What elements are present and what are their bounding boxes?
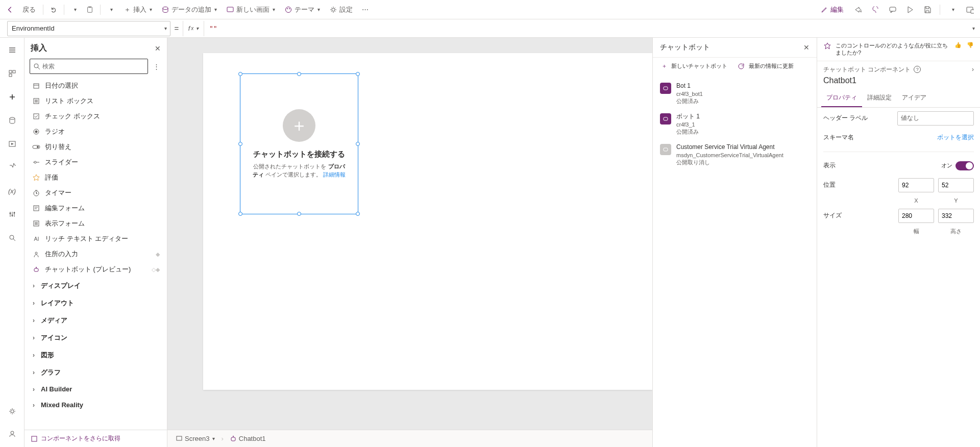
chatbot-panel-header: チャットボット ✕ — [653, 38, 817, 58]
placeholder-link[interactable]: 詳細情報 — [323, 171, 346, 178]
insert-group-0[interactable]: ディスプレイ — [24, 277, 167, 294]
insert-group-3[interactable]: アイコン — [24, 329, 167, 346]
share-icon[interactable] — [851, 3, 865, 17]
undo-icon[interactable] — [46, 3, 61, 17]
media-rail-icon[interactable] — [4, 136, 20, 152]
info-icon[interactable]: ? — [914, 66, 921, 73]
resize-handle[interactable] — [356, 72, 360, 76]
resize-handle[interactable] — [238, 142, 242, 146]
equals-label: = — [170, 24, 183, 33]
insert-item-6[interactable]: 評価 — [24, 170, 167, 185]
resize-handle[interactable] — [238, 72, 242, 76]
position-y-input[interactable] — [938, 178, 974, 192]
insert-more-icon[interactable]: ⋮ — [151, 61, 162, 72]
tree-view-icon[interactable] — [4, 65, 20, 82]
formula-input[interactable] — [204, 21, 966, 36]
bot-row-2[interactable]: Customer Service Trial Virtual Agentmsdy… — [653, 139, 817, 170]
paste-icon[interactable] — [83, 3, 97, 17]
save-icon[interactable] — [920, 3, 935, 17]
insert-item-8[interactable]: 編集フォーム — [24, 201, 167, 216]
insert-item-2[interactable]: チェック ボックス — [24, 109, 167, 124]
back-arrow-icon[interactable] — [3, 3, 17, 17]
save-chevron-icon[interactable]: ▾ — [945, 3, 960, 17]
theme-button[interactable]: テーマ▾ — [280, 3, 324, 16]
insert-item-0[interactable]: 日付の選択 — [24, 78, 167, 93]
insert-search-box[interactable] — [30, 59, 148, 74]
close-icon[interactable]: ✕ — [803, 43, 810, 52]
insert-group-7[interactable]: Mixed Reality — [24, 397, 167, 413]
insert-search-input[interactable] — [42, 63, 144, 70]
new-chatbot-button[interactable]: ＋ 新しいチャットボット — [660, 63, 732, 70]
property-selector[interactable]: EnvironmentId — [7, 21, 170, 36]
resize-handle[interactable] — [297, 72, 301, 76]
tools-rail-icon[interactable] — [4, 206, 20, 222]
insert-rail-icon[interactable] — [4, 89, 20, 105]
chatbot-control[interactable]: ＋ チャットボットを接続する 公開されたチャットボットを プロパティ ペインで選… — [240, 73, 358, 214]
header-label-input[interactable] — [897, 111, 974, 126]
insert-item-9[interactable]: 表示フォーム — [24, 216, 167, 231]
insert-item-12[interactable]: チャットボット (プレビュー)◇◆ — [24, 262, 167, 277]
tab-advanced[interactable]: 詳細設定 — [862, 89, 897, 107]
undo-chevron-icon[interactable]: ▾ — [67, 3, 82, 17]
add-data-button[interactable]: データの追加▾ — [157, 3, 221, 16]
insert-item-7[interactable]: タイマー — [24, 185, 167, 201]
close-icon[interactable]: ✕ — [155, 44, 161, 53]
position-x-input[interactable] — [898, 178, 934, 192]
bot-row-0[interactable]: Bot 1cr4f3_bot1公開済み — [653, 78, 817, 109]
flow-rail-icon[interactable] — [4, 159, 20, 176]
virtual-agent-rail-icon[interactable] — [4, 426, 20, 442]
publish-icon[interactable] — [963, 3, 977, 17]
size-w-input[interactable] — [898, 209, 934, 223]
get-more-components[interactable]: コンポーネントをさらに取得 — [24, 430, 167, 447]
insert-list[interactable]: 日付の選択リスト ボックスチェック ボックスラジオ切り替えスライダー評価タイマー… — [24, 78, 167, 430]
checker-icon[interactable] — [868, 3, 883, 17]
settings-rail-icon[interactable] — [4, 403, 20, 419]
insert-group-1[interactable]: レイアウト — [24, 294, 167, 312]
edit-button[interactable]: 編集 — [816, 3, 848, 16]
insert-group-4[interactable]: 図形 — [24, 346, 167, 364]
bot-row-1[interactable]: ボット 1cr4f3_1公開済み — [653, 109, 817, 139]
insert-item-5[interactable]: スライダー — [24, 155, 167, 170]
insert-group-6[interactable]: AI Builder — [24, 381, 167, 397]
expand-icon[interactable]: › — [972, 66, 974, 73]
insert-item-3[interactable]: ラジオ — [24, 124, 167, 139]
svg-point-22 — [34, 64, 38, 68]
refresh-button[interactable]: 最新の情報に更新 — [738, 63, 810, 70]
resize-handle[interactable] — [356, 142, 360, 146]
data-rail-icon[interactable] — [4, 112, 20, 129]
insert-group-5[interactable]: グラフ — [24, 364, 167, 381]
insert-button[interactable]: ＋ 挿入▾ — [119, 3, 156, 16]
overflow-icon[interactable]: ⋯ — [358, 3, 372, 17]
separator — [100, 5, 101, 15]
formula-expand-icon[interactable]: ▾ — [966, 26, 980, 31]
tab-ideas[interactable]: アイデア — [897, 89, 932, 107]
new-screen-button[interactable]: 新しい画面▾ — [222, 3, 279, 16]
insert-item-11[interactable]: 住所の入力◆ — [24, 246, 167, 262]
breadcrumb-control[interactable]: Chatbot1 — [227, 433, 269, 444]
fx-icon[interactable]: fx▾ — [183, 21, 204, 36]
search-rail-icon[interactable] — [4, 230, 20, 246]
select-bot-link[interactable]: ボットを選択 — [937, 133, 974, 142]
thumbs-down-icon[interactable]: 👎 — [967, 42, 974, 48]
display-toggle[interactable] — [955, 161, 974, 170]
settings-button[interactable]: 設定 — [325, 3, 357, 16]
resize-handle[interactable] — [356, 212, 360, 216]
play-icon[interactable] — [903, 3, 917, 17]
variable-rail-icon[interactable]: (x) — [4, 183, 20, 199]
tab-properties[interactable]: プロパティ — [821, 89, 862, 107]
comment-icon[interactable] — [886, 3, 900, 17]
insert-item-4[interactable]: 切り替え — [24, 139, 167, 155]
canvas-scroll[interactable]: ＋ チャットボットを接続する 公開されたチャットボットを プロパティ ペインで選… — [167, 38, 652, 430]
size-h-input[interactable] — [938, 209, 974, 223]
insert-group-2[interactable]: メディア — [24, 312, 167, 329]
thumbs-up-icon[interactable]: 👍 — [954, 42, 962, 48]
paste-chevron-icon[interactable]: ▾ — [104, 3, 118, 17]
insert-item-10[interactable]: リッチ テキスト エディター — [24, 231, 167, 246]
breadcrumb-screen[interactable]: Screen3 ▾ — [173, 433, 218, 444]
insert-item-1[interactable]: リスト ボックス — [24, 93, 167, 109]
resize-handle[interactable] — [297, 212, 301, 216]
back-button[interactable]: 戻る — [18, 3, 40, 16]
canvas-page[interactable]: ＋ チャットボットを接続する 公開されたチャットボットを プロパティ ペインで選… — [203, 53, 652, 390]
resize-handle[interactable] — [238, 212, 242, 216]
hamburger-icon[interactable] — [4, 42, 20, 58]
